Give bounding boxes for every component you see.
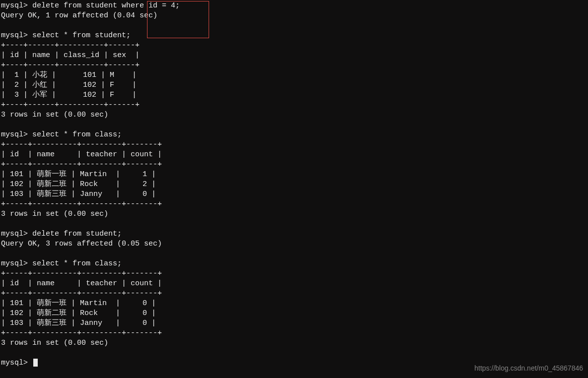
table-row: | 103 | 萌新三班 | Janny | 0 | (1, 190, 156, 198)
table-header: | id | name | teacher | count | (1, 150, 162, 159)
sql-command: delete from student where id = 4; (32, 1, 180, 10)
table-border: +-----+----------+---------+-------+ (1, 329, 162, 337)
cursor-icon[interactable] (33, 359, 38, 367)
query-result: Query OK, 1 row affected (0.04 sec) (1, 11, 157, 20)
prompt: mysql> (1, 359, 28, 367)
sql-command: delete from student; (32, 230, 122, 238)
table-row: | 101 | 萌新一班 | Martin | 0 | (1, 299, 156, 308)
table-header: | id | name | teacher | count | (1, 279, 162, 288)
prompt: mysql> (1, 130, 28, 139)
table-border: +----+------+----------+------+ (1, 41, 140, 50)
table-header: | id | name | class_id | sex | (1, 51, 140, 60)
rows-summary: 3 rows in set (0.00 sec) (1, 111, 108, 119)
table-border: +-----+----------+---------+-------+ (1, 200, 162, 208)
table-row: | 102 | 萌新二班 | Rock | 2 | (1, 180, 156, 189)
table-row: | 101 | 萌新一班 | Martin | 1 | (1, 170, 156, 179)
prompt: mysql> (1, 1, 28, 10)
prompt: mysql> (1, 259, 28, 268)
prompt: mysql> (1, 31, 28, 40)
table-row: | 103 | 萌新三班 | Janny | 0 | (1, 319, 156, 327)
prompt: mysql> (1, 230, 28, 238)
sql-command: select * from student; (32, 31, 131, 40)
rows-summary: 3 rows in set (0.00 sec) (1, 210, 108, 218)
table-border: +----+------+----------+------+ (1, 101, 140, 109)
table-row: | 2 | 小红 | 102 | F | (1, 81, 137, 89)
query-result: Query OK, 3 rows affected (0.05 sec) (1, 240, 162, 248)
table-border: +-----+----------+---------+-------+ (1, 289, 162, 298)
table-row: | 3 | 小军 | 102 | F | (1, 91, 137, 99)
table-row: | 1 | 小花 | 101 | M | (1, 71, 137, 79)
table-border: +-----+----------+---------+-------+ (1, 140, 162, 149)
table-border: +-----+----------+---------+-------+ (1, 160, 162, 169)
sql-command: select * from class; (32, 259, 122, 268)
table-row: | 102 | 萌新二班 | Rock | 0 | (1, 309, 156, 317)
table-border: +----+------+----------+------+ (1, 61, 140, 69)
rows-summary: 3 rows in set (0.00 sec) (1, 339, 108, 347)
sql-command: select * from class; (32, 130, 122, 139)
terminal-output[interactable]: mysql> delete from student where id = 4;… (0, 0, 588, 368)
table-border: +-----+----------+---------+-------+ (1, 269, 162, 278)
watermark-text: https://blog.csdn.net/m0_45867846 (474, 363, 583, 373)
